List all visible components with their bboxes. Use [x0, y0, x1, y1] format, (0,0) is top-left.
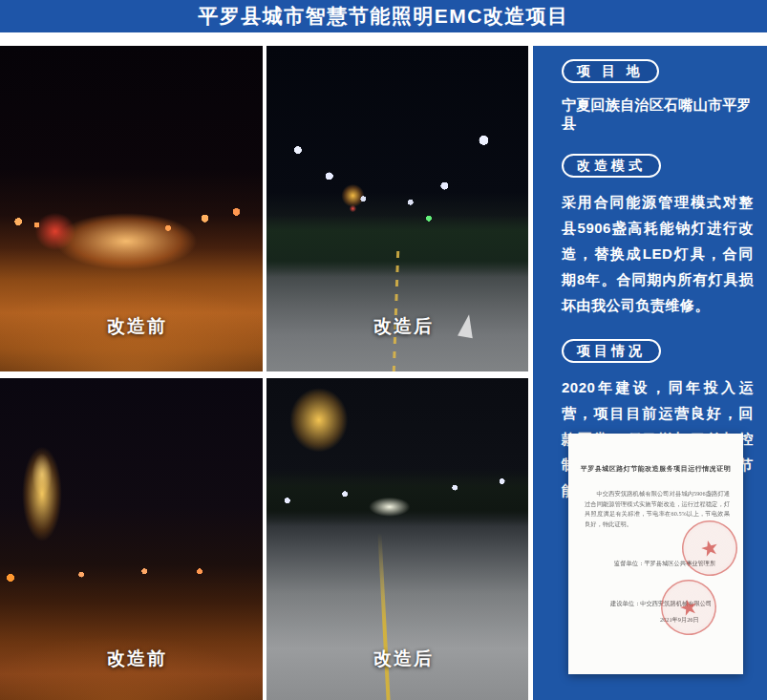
red-seal-stamp-icon: ★ — [655, 574, 722, 641]
mode-text: 采用合同能源管理模式对整县5906盏高耗能钠灯进行改造，替换成LED灯具，合同期… — [562, 189, 754, 318]
mode-badge: 改造模式 — [562, 154, 661, 178]
photo-label-after: 改造后 — [373, 314, 434, 339]
section-location: 项 目 地 — [562, 59, 754, 83]
photo-label-before: 改造前 — [107, 647, 167, 671]
slide-page: 平罗县城市智慧节能照明EMC改造项目 改造前 改造后 改造前 改造后 项 目 地… — [0, 0, 767, 700]
location-badge: 项 目 地 — [562, 59, 659, 83]
photo-after-bottom: 改造后 — [266, 378, 528, 700]
info-sidebar: 项 目 地 宁夏回族自治区石嘴山市平罗县 改造模式 采用合同能源管理模式对整县5… — [533, 46, 767, 700]
photo-label-after: 改造后 — [373, 647, 434, 671]
certificate-document: 平罗县城区路灯节能改造服务项目运行情况证明 中交西安筑路机械有限公司对县城内59… — [568, 434, 743, 674]
certificate-title: 平罗县城区路灯节能改造服务项目运行情况证明 — [568, 464, 743, 473]
photo-before-top: 改造前 — [0, 46, 263, 371]
photo-label-before: 改造前 — [107, 314, 167, 339]
photo-before-bottom: 改造前 — [0, 378, 263, 700]
location-text: 宁夏回族自治区石嘴山市平罗县 — [562, 96, 754, 133]
status-badge: 项目情况 — [562, 339, 661, 363]
page-title: 平罗县城市智慧节能照明EMC改造项目 — [198, 3, 569, 30]
section-mode: 改造模式 — [562, 154, 754, 178]
photo-after-top: 改造后 — [266, 46, 528, 371]
section-status: 项目情况 — [562, 339, 754, 363]
title-bar: 平罗县城市智慧节能照明EMC改造项目 — [0, 0, 767, 32]
certificate-content: 平罗县城区路灯节能改造服务项目运行情况证明 中交西安筑路机械有限公司对县城内59… — [568, 434, 743, 674]
